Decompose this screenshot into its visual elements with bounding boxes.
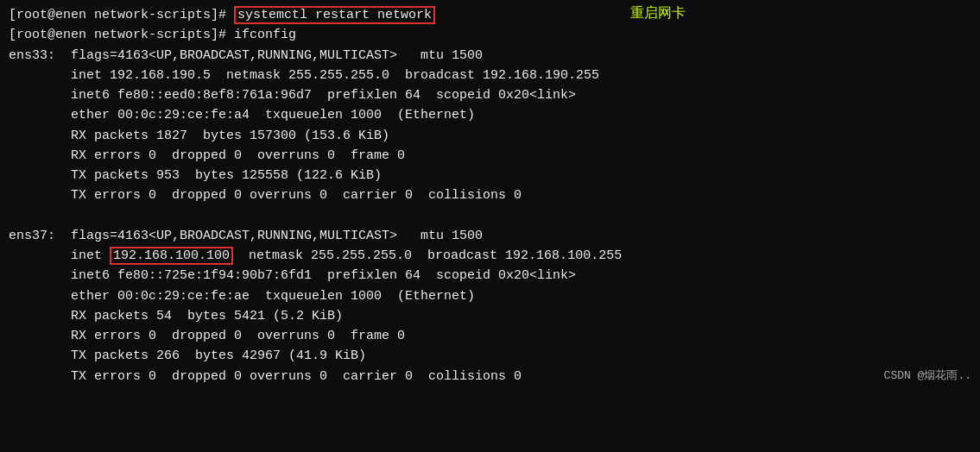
- terminal-line-9: TX packets 953 bytes 125558 (122.6 KiB): [9, 166, 971, 185]
- terminal-line-10: TX errors 0 dropped 0 overruns 0 carrier…: [9, 185, 971, 205]
- terminal-line-14: ether 00:0c:29:ce:fe:ae txqueuelen 1000 …: [9, 286, 971, 306]
- terminal-line-8: RX errors 0 dropped 0 overruns 0 frame 0: [9, 146, 971, 166]
- terminal-line-3: ens33: flags=4163<UP,BROADCAST,RUNNING,M…: [9, 46, 971, 66]
- terminal-line-4: inet 192.168.190.5 netmask 255.255.255.0…: [9, 66, 971, 85]
- terminal-line-2: [root@enen network-scripts]# ifconfig: [9, 25, 971, 45]
- ip-suffix: netmask 255.255.255.0 broadcast 192.168.…: [233, 248, 622, 263]
- ip-address-highlight: 192.168.100.100: [110, 247, 233, 265]
- terminal-line-5: inet6 fe80::eed0:8ef8:761a:96d7 prefixle…: [9, 85, 971, 105]
- terminal-line-11: ens37: flags=4163<UP,BROADCAST,RUNNING,M…: [9, 226, 971, 246]
- terminal-line-1: [root@enen network-scripts]# systemctl r…: [9, 5, 971, 25]
- terminal-line-6: ether 00:0c:29:ce:fe:a4 txqueuelen 1000 …: [9, 105, 971, 125]
- terminal-line-7: RX packets 1827 bytes 157300 (153.6 KiB): [9, 126, 971, 146]
- terminal-line-18: TX errors 0 dropped 0 overruns 0 carrier…: [9, 367, 971, 386]
- watermark: CSDN @烟花雨..: [884, 367, 971, 385]
- terminal-line-12: inet 192.168.100.100 netmask 255.255.255…: [9, 246, 971, 266]
- terminal-line-15: RX packets 54 bytes 5421 (5.2 KiB): [9, 306, 971, 326]
- ip-prefix: inet: [9, 248, 110, 263]
- restart-annotation: 重启网卡: [630, 3, 686, 25]
- terminal-line-16: RX errors 0 dropped 0 overruns 0 frame 0: [9, 326, 971, 346]
- empty-line: [9, 206, 971, 226]
- terminal-line-17: TX packets 266 bytes 42967 (41.9 KiB): [9, 346, 971, 366]
- prompt-1: [root@enen network-scripts]#: [9, 8, 234, 22]
- terminal-window: [root@enen network-scripts]# systemctl r…: [0, 0, 980, 392]
- terminal-line-13: inet6 fe80::725e:1f94:90b7:6fd1 prefixle…: [9, 266, 971, 286]
- command-highlight: systemctl restart network: [234, 6, 435, 24]
